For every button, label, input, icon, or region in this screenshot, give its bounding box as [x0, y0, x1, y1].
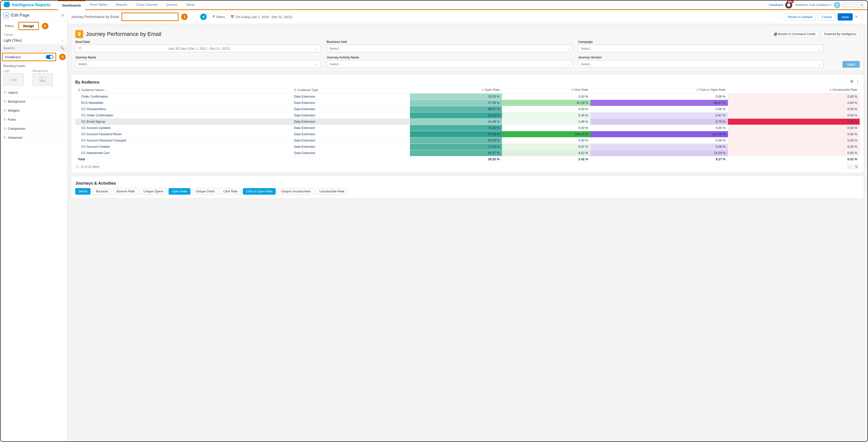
theme-select[interactable]: Light (Tiles) [0, 37, 67, 44]
theme-label: THEME [3, 33, 13, 36]
metric-chip-unique-opens[interactable]: Unique Opens [140, 188, 166, 195]
nav-tab-pivot-tables[interactable]: Pivot Tables [86, 0, 112, 9]
campaign-label: Campaign [578, 40, 824, 44]
svg-point-1 [836, 3, 838, 5]
dashboard-title: Journey Performance by Email [86, 31, 161, 37]
sidebar-search[interactable]: 🔍 [0, 44, 67, 52]
page-name-input[interactable] [121, 12, 179, 21]
fit-columns-icon[interactable]: ↔ [847, 164, 852, 169]
user-menu[interactable] [842, 2, 865, 8]
filters-button[interactable]: ⧩ Filters [212, 15, 225, 19]
nav-tabs: DashboardsPivot TablesReportsCross-Chann… [58, 0, 199, 9]
preview-icon[interactable]: 👁 [855, 15, 858, 19]
metric-chip-bounces[interactable]: Bounces [93, 188, 112, 195]
sort-desc-icon[interactable]: ↓ [104, 88, 106, 92]
theme-menu-icon[interactable]: ⋮ [61, 33, 64, 36]
date-range[interactable]: 📅 On Going (Jan 1, 2019 - Dec 31, 2022) [230, 15, 292, 19]
accordion-background[interactable]: Background [0, 97, 67, 106]
audience-table: ☰Audience Name ↓ ☰Audience Type #Open Ra… [75, 87, 860, 163]
edit-sidebar: ▤ Edit Page ✕ Filters Design 2 THEME ⋮ L… [0, 10, 67, 442]
apply-button[interactable]: Apply [842, 61, 860, 68]
app-title: Intelligence Reports [12, 3, 51, 7]
table-row[interactable]: CC Account Password ResetData Extension8… [75, 131, 860, 137]
panel-more-icon[interactable]: ⋮ [856, 80, 860, 85]
accordion-layout[interactable]: Layout [0, 88, 67, 97]
business-unit-select[interactable]: Select.. [327, 45, 572, 52]
metric-chip-open-rate[interactable]: Open Rate [168, 188, 190, 195]
table-row[interactable]: CC Account UpdatedData Extension75.00 %0… [75, 125, 860, 131]
table-row[interactable]: ECS NewsletterData Extension47.59 %42.29… [75, 100, 860, 106]
nav-tab-queries[interactable]: Queries [162, 0, 182, 9]
salesforce-logo-icon [3, 3, 10, 7]
tab-filters[interactable]: Filters [3, 23, 15, 29]
table-row[interactable]: Order ConfirmationData Extension33.33 %0… [75, 93, 860, 100]
accordion-widgets[interactable]: Widgets [0, 106, 67, 115]
instabrand-toggle[interactable] [46, 55, 54, 59]
callout-2: 2 [42, 23, 49, 29]
nav-tab-cross-channel[interactable]: Cross-Channel [132, 0, 161, 9]
feedback-link[interactable]: Feedback [769, 3, 783, 7]
powered-by-badge[interactable]: Powered By Intelligence [821, 31, 860, 37]
page-toolbar: Journey Performance by Email 1 + ⧩ Filte… [67, 10, 868, 24]
metric-chip-sends[interactable]: Sends [75, 188, 91, 195]
close-icon[interactable]: ✕ [61, 13, 64, 18]
sidebar-search-input[interactable] [3, 46, 60, 50]
nav-tab-setup[interactable]: Setup [182, 0, 199, 9]
org-switcher[interactable]: Northern Trail Outfitters [795, 3, 832, 7]
instabrand-label: InstaBrand [5, 55, 21, 59]
svg-point-0 [787, 3, 790, 6]
metric-chip-unique-clicks[interactable]: Unique Clicks [192, 188, 218, 195]
design-accordion: LayoutBackgroundWidgetsFontsComparisonAd… [0, 88, 67, 142]
text-col-icon: ☰ [294, 88, 297, 92]
journey-activity-select[interactable]: Select.. [327, 60, 572, 68]
user-avatar-icon[interactable] [834, 2, 840, 8]
background-upload[interactable] [33, 73, 53, 86]
number-col-icon: # [830, 88, 831, 91]
journey-version-label: Journey Version [578, 56, 824, 59]
panel-filter-icon[interactable]: ⧩ [850, 80, 853, 85]
metric-chip-unsubscribe-rate[interactable]: Unsubscribe Rate [316, 188, 347, 195]
save-button[interactable]: Save [838, 13, 853, 21]
more-icon[interactable]: ⋮ [860, 14, 864, 19]
nav-tab-reports[interactable]: Reports [112, 0, 131, 9]
table-row[interactable]: CC Email SignupData Extension42.46 %2.46… [75, 118, 860, 125]
edit-page-title: Edit Page [11, 13, 61, 18]
add-widget-button[interactable]: + [200, 13, 207, 20]
metric-chip-unique-unsubscribes[interactable]: Unique Unsubscribes [278, 188, 314, 195]
table-row[interactable]: CC Account Password ChangedData Extensio… [75, 137, 860, 144]
table-row[interactable]: CC Order ConfirmationData Extension81.82… [75, 112, 860, 118]
table-row[interactable]: CC PasswordlessData Extension66.67 %0.00… [75, 106, 860, 112]
metric-chip-click-to-open-rate[interactable]: Click to Open Rate [243, 188, 276, 195]
location-pin-icon [75, 30, 83, 38]
send-date-select[interactable]: Last 30 Days (Dec 2, 2022 - Dec 31, 2022… [75, 45, 320, 52]
cancel-button[interactable]: Cancel [818, 13, 836, 21]
accordion-fonts[interactable]: Fonts [0, 115, 67, 124]
journey-name-label: Journey Name [75, 56, 320, 59]
table-row[interactable]: CC Abandoned CartData Extension66.67 %9.… [75, 150, 860, 156]
accordion-comparison[interactable]: Comparison [0, 124, 67, 133]
tab-design[interactable]: Design [18, 22, 39, 30]
instabrand-toggle-row: InstaBrand [2, 53, 56, 61]
number-col-icon: # [482, 88, 484, 91]
number-col-icon: # [697, 88, 698, 91]
metric-chip-bounce-rate[interactable]: Bounce Rate [114, 188, 138, 195]
number-col-icon: # [571, 88, 573, 91]
business-unit-label: Business Unit [327, 40, 572, 44]
content-area: Journey Performance by Email 1 + ⧩ Filte… [67, 10, 868, 442]
table-row[interactable]: CC Account CreatedData Extension73.33 %6… [75, 144, 860, 150]
revert-button[interactable]: Revert to Default [784, 13, 816, 21]
journey-version-select[interactable]: Select.. [578, 60, 824, 68]
notification-badge: 99+ [787, 0, 794, 3]
nav-tab-dashboards[interactable]: Dashboards [58, 0, 85, 10]
journey-name-select[interactable]: Select.. [75, 60, 320, 68]
logo-upload[interactable]: Logo [3, 73, 24, 86]
page-name-label: Journey Performance by Email [71, 15, 119, 19]
expand-columns-icon[interactable]: ⇆ [854, 164, 859, 169]
monitor-command-center-button[interactable]: Monitor in Command Center [770, 31, 819, 37]
notification-bell-icon[interactable]: 99+ [785, 1, 792, 8]
metric-chip-click-rate[interactable]: Click Rate [220, 188, 241, 195]
calendar-icon: 📅 [230, 15, 234, 19]
accordion-advanced[interactable]: Advanced [0, 133, 67, 142]
by-audience-panel: By Audience ⧩⋮ ☰Audience Name ↓ ☰Audienc… [71, 74, 864, 173]
campaign-select[interactable]: Select.. [578, 45, 824, 52]
